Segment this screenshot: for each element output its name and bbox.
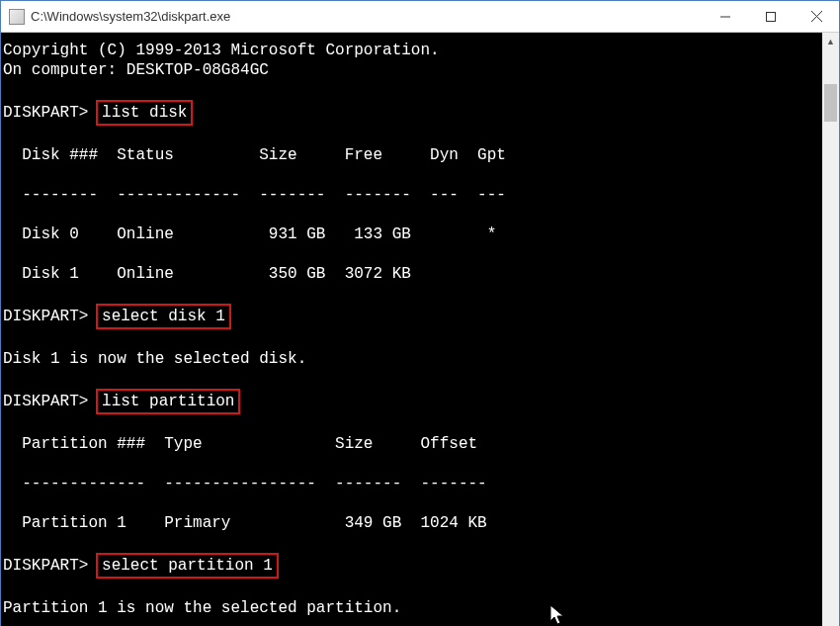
disk-row-1: Disk 1 Online 350 GB 3072 KB (3, 264, 822, 284)
console-area: Copyright (C) 1999-2013 Microsoft Corpor… (1, 33, 839, 626)
prompt: DISKPART> (3, 104, 88, 122)
disk-table-header: Disk ### Status Size Free Dyn Gpt (3, 145, 822, 165)
app-icon (9, 9, 25, 25)
cmd-list-disk: list disk (96, 100, 193, 126)
scroll-up-button[interactable]: ▲ (822, 33, 839, 49)
svg-rect-1 (767, 12, 776, 21)
copyright-line: Copyright (C) 1999-2013 Microsoft Corpor… (3, 41, 822, 60)
prompt-line-4: DISKPART> select partition 1 (3, 553, 822, 579)
prompt-line-2: DISKPART> select disk 1 (3, 304, 822, 329)
partition-row-0: Partition 1 Primary 349 GB 1024 KB (3, 513, 822, 533)
computer-line: On computer: DESKTOP-08G84GC (3, 60, 822, 80)
prompt: DISKPART> (3, 557, 88, 575)
console-output[interactable]: Copyright (C) 1999-2013 Microsoft Corpor… (1, 33, 822, 626)
cmd-list-partition: list partition (96, 389, 240, 414)
msg-partition-selected: Partition 1 is now the selected partitio… (3, 598, 822, 618)
close-button[interactable] (794, 1, 839, 32)
msg-disk-selected: Disk 1 is now the selected disk. (3, 349, 822, 369)
minimize-icon (720, 12, 730, 22)
scroll-thumb[interactable] (824, 84, 837, 122)
prompt: DISKPART> (3, 393, 88, 410)
partition-table-divider: ------------- ---------------- ------- -… (3, 474, 822, 493)
vertical-scrollbar[interactable]: ▲ ▼ (822, 33, 839, 626)
prompt: DISKPART> (3, 308, 88, 325)
diskpart-window: C:\Windows\system32\diskpart.exe Copyrig… (0, 0, 840, 626)
disk-row-0: Disk 0 Online 931 GB 133 GB * (3, 224, 822, 244)
window-title: C:\Windows\system32\diskpart.exe (31, 9, 703, 24)
close-icon (811, 11, 822, 22)
titlebar[interactable]: C:\Windows\system32\diskpart.exe (1, 1, 839, 33)
prompt-line-1: DISKPART> list disk (3, 100, 822, 126)
minimize-button[interactable] (703, 1, 748, 32)
disk-table-divider: -------- ------------- ------- ------- -… (3, 185, 822, 205)
cmd-select-disk: select disk 1 (96, 304, 231, 329)
cmd-select-partition: select partition 1 (96, 553, 279, 579)
maximize-button[interactable] (748, 1, 794, 32)
prompt-line-3: DISKPART> list partition (3, 389, 822, 414)
window-controls (703, 1, 839, 32)
partition-table-header: Partition ### Type Size Offset (3, 434, 822, 454)
maximize-icon (766, 12, 776, 22)
